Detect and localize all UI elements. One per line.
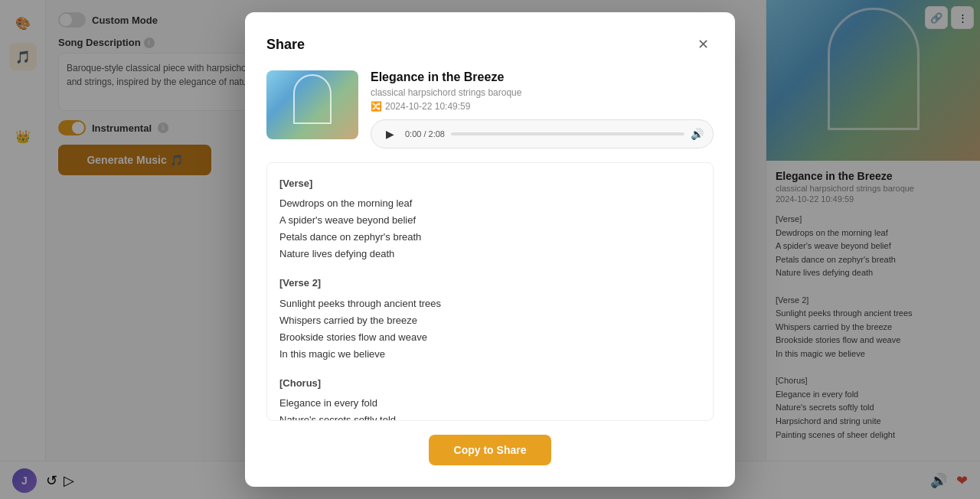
verse1-line2: A spider's weave beyond belief xyxy=(279,212,701,229)
modal-song-tags: classical harpsichord strings baroque xyxy=(371,87,714,98)
modal-header: Share ✕ xyxy=(266,34,714,55)
copy-to-share-button[interactable]: Copy to Share xyxy=(429,435,551,465)
modal-overlay[interactable]: Share ✕ Elegance in the Breeze classical… xyxy=(0,0,980,499)
verse1-header: [Verse] xyxy=(279,175,701,192)
copy-btn-container: Copy to Share xyxy=(266,435,714,465)
chorus-section: [Chorus] Elegance in every fold Nature's… xyxy=(279,375,701,421)
chorus-line1: Elegance in every fold xyxy=(279,395,701,412)
verse1-line1: Dewdrops on the morning leaf xyxy=(279,195,701,212)
share-modal: Share ✕ Elegance in the Breeze classical… xyxy=(245,12,735,487)
modal-song-title: Elegance in the Breeze xyxy=(371,70,714,84)
verse2-line2: Whispers carried by the breeze xyxy=(279,312,701,329)
verse1-section: [Verse] Dewdrops on the morning leaf A s… xyxy=(279,175,701,263)
verse2-header: [Verse 2] xyxy=(279,275,701,292)
progress-bar[interactable] xyxy=(451,132,684,135)
verse2-line1: Sunlight peeks through ancient trees xyxy=(279,295,701,312)
audio-time: 0:00 / 2:08 xyxy=(405,129,445,139)
chorus-header: [Chorus] xyxy=(279,375,701,392)
thumb-arch xyxy=(293,74,332,124)
verse1-line4: Nature lives defying death xyxy=(279,246,701,263)
verse2-section: [Verse 2] Sunlight peeks through ancient… xyxy=(279,275,701,362)
clock-icon: 🔀 xyxy=(371,101,382,112)
verse1-line3: Petals dance on zephyr's breath xyxy=(279,229,701,246)
modal-song-card: Elegance in the Breeze classical harpsic… xyxy=(266,70,714,148)
chorus-line2: Nature's secrets softly told xyxy=(279,412,701,421)
lyrics-area: [Verse] Dewdrops on the morning leaf A s… xyxy=(266,162,714,421)
verse2-line3: Brookside stories flow and weave xyxy=(279,329,701,346)
date-text: 2024-10-22 10:49:59 xyxy=(385,101,470,112)
close-button[interactable]: ✕ xyxy=(692,34,714,55)
song-meta: Elegance in the Breeze classical harpsic… xyxy=(371,70,714,148)
audio-player[interactable]: ▶ 0:00 / 2:08 🔊 xyxy=(371,119,714,148)
modal-song-date: 🔀 2024-10-22 10:49:59 xyxy=(371,101,714,112)
modal-title: Share xyxy=(266,37,305,53)
verse2-line4: In this magic we believe xyxy=(279,346,701,363)
modal-volume-btn[interactable]: 🔊 xyxy=(691,128,704,140)
song-thumbnail xyxy=(266,70,358,139)
play-button[interactable]: ▶ xyxy=(381,125,399,143)
